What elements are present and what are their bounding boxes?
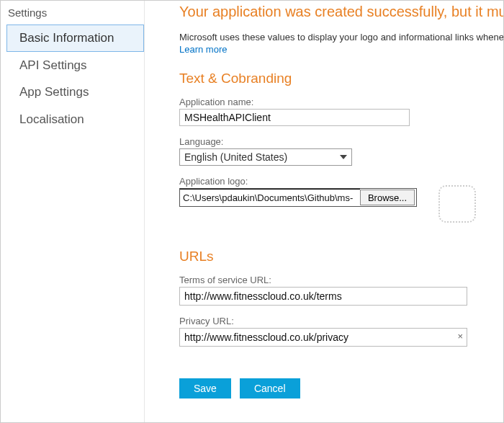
settings-sidebar: Settings Basic Information API Settings …: [1, 1, 145, 422]
alert-description: Microsoft uses these values to display y…: [179, 32, 503, 43]
language-select[interactable]: English (United States): [179, 148, 352, 166]
browse-button[interactable]: Browse...: [360, 190, 415, 205]
nav-api-settings[interactable]: API Settings: [6, 52, 144, 79]
privacy-url-label: Privacy URL:: [179, 316, 503, 326]
nav-app-settings[interactable]: App Settings: [6, 79, 144, 106]
chevron-down-icon: [340, 155, 347, 159]
app-name-label: Application name:: [179, 97, 503, 107]
language-label: Language:: [179, 136, 503, 147]
app-name-input[interactable]: [179, 109, 410, 126]
section-urls-title: URLs: [179, 249, 503, 264]
privacy-url-input[interactable]: [179, 328, 467, 347]
app-logo-file-group: Browse...: [179, 188, 417, 207]
cancel-button[interactable]: Cancel: [240, 378, 300, 398]
save-button[interactable]: Save: [179, 378, 231, 398]
section-cobranding-title: Text & Cobranding: [179, 71, 503, 86]
tos-url-input[interactable]: [179, 287, 467, 306]
app-logo-path-input[interactable]: [180, 189, 360, 206]
nav-basic-information[interactable]: Basic Information: [6, 25, 144, 52]
language-select-value: English (United States): [184, 151, 287, 163]
alert-heading: Your application was created successfull…: [179, 1, 503, 20]
clear-input-icon[interactable]: ×: [457, 331, 463, 342]
logo-preview-placeholder: [438, 185, 476, 223]
tos-url-label: Terms of service URL:: [179, 275, 503, 285]
sidebar-title: Settings: [6, 5, 144, 25]
main-content: Your application was created successfull…: [145, 1, 503, 422]
learn-more-link[interactable]: Learn more: [179, 44, 227, 55]
nav-localisation[interactable]: Localisation: [6, 106, 144, 133]
